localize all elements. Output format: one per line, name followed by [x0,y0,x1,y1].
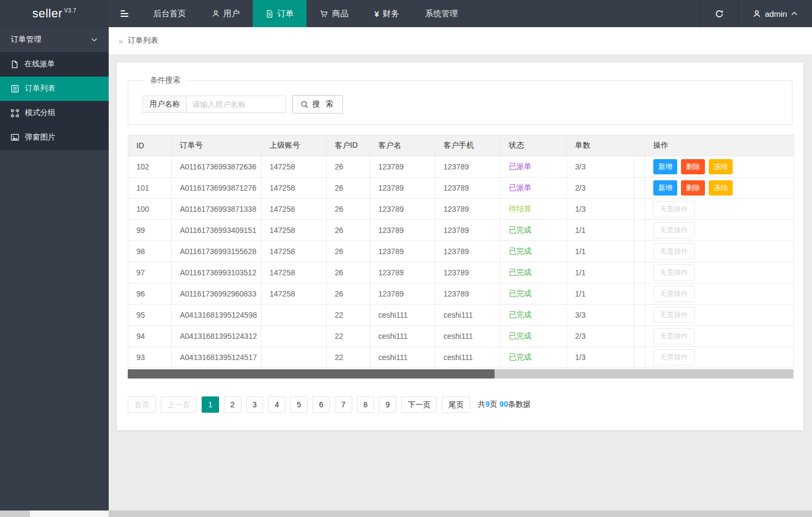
nav-item-3[interactable]: 商品 [307,0,361,27]
customer-name-cell: ceshi111 [370,305,435,326]
count-cell: 1/3 [567,199,634,220]
status-cell: 已完成 [501,241,567,262]
add-button[interactable]: 新增 [653,180,677,196]
status-cell: 已完成 [501,220,567,241]
customer-phone-cell: ceshi111 [435,326,501,347]
nav-item-4[interactable]: ¥财务 [361,0,412,27]
order-no-cell: A04131681395124312 [172,326,261,347]
refresh-button[interactable] [700,0,738,27]
sidebar-group-order-management[interactable]: 订单管理 [0,27,109,52]
no-action-button: 无需操作 [653,349,695,365]
page-scrollbar-thumb[interactable] [30,510,109,517]
page-button-下一页[interactable]: 下一页 [401,396,437,413]
search-button[interactable]: 搜 索 [292,95,343,114]
breadcrumb: » 订单列表 [109,27,812,54]
order-no-cell: A01161736993103512 [172,262,261,283]
nav-item-2[interactable]: 订单 [253,0,307,27]
spacer-cell [634,199,645,220]
page-button-9[interactable]: 9 [379,396,396,413]
delete-button[interactable]: 删除 [681,180,705,196]
customer-id-cell: 26 [327,241,370,262]
page-button-8[interactable]: 8 [357,396,374,413]
status-cell: 已派单 [501,156,567,178]
order-table-wrap: ID订单号上级账号客户ID客户名客户手机状态单数操作102A0116173699… [128,135,792,368]
delete-button[interactable]: 删除 [681,159,705,174]
page-horizontal-scrollbar[interactable] [0,510,812,517]
table-row: 95A0413168139512459822ceshi111ceshi111已完… [128,305,794,326]
page-button-5[interactable]: 5 [290,396,308,413]
nav-item-0[interactable]: 后台首页 [140,0,199,27]
sidebar-item-0[interactable]: 在线派单 [0,52,109,77]
sidebar-toggle-button[interactable] [109,0,140,27]
document-icon [266,10,273,18]
parent-account-cell: 147258 [261,178,327,199]
sidebar-item-label: 在线派单 [24,59,55,69]
content-card: 条件搜索 用户名称 搜 索 ID订单号上级账号客户ID客户名客户手机状态单数操作… [117,62,803,430]
column-header: 订单号 [172,135,261,156]
list-icon [11,85,19,93]
refresh-icon [715,9,724,18]
id-cell: 102 [128,156,172,178]
status-badge: 已完成 [509,225,532,234]
status-cell: 已完成 [501,305,567,326]
yen-icon: ¥ [374,9,379,18]
page-button-4[interactable]: 4 [268,396,285,413]
group-icon [11,109,19,117]
no-action-button: 无需操作 [653,243,695,260]
cart-icon [320,10,328,18]
parent-account-cell: 147258 [261,283,327,305]
table-horizontal-scrollbar[interactable] [128,369,794,379]
page-button-6[interactable]: 6 [313,396,330,413]
count-cell: 3/3 [567,156,634,178]
status-badge: 待结算 [509,204,532,213]
page-button-7[interactable]: 7 [335,396,352,413]
customer-name-cell: ceshi111 [370,326,435,347]
main-area: » 订单列表 条件搜索 用户名称 搜 索 ID订单号上级账号客户ID客户名客户手… [109,27,812,510]
count-cell: 2/3 [567,326,634,347]
status-cell: 已完成 [501,262,567,283]
sidebar-item-3[interactable]: 弹窗图片 [0,125,109,150]
customer-id-cell: 26 [327,156,370,178]
column-header: 客户ID [327,135,370,156]
page-buttons: 首页上一页123456789下一页尾页 [128,396,470,413]
user-menu[interactable]: admin [738,0,812,27]
app-name: seller [32,7,63,21]
column-header: 上级账号 [261,135,327,156]
page-button-尾页[interactable]: 尾页 [442,396,470,413]
customer-phone-cell: 123789 [435,241,501,262]
table-row: 94A0413168139512431222ceshi111ceshi111已完… [128,326,794,347]
customer-id-cell: 22 [327,347,370,368]
username-field-label: 用户名称 [142,96,187,113]
freeze-button[interactable]: 冻结 [709,159,733,174]
parent-account-cell: 147258 [261,241,327,262]
id-cell: 100 [128,199,172,220]
page-button-2[interactable]: 2 [224,396,241,413]
summary-total-pages: 9 [485,400,490,408]
top-navbar: sellerV3.7 后台首页用户订单商品¥财务系统管理 admin [0,0,812,27]
order-no-cell: A04131681395124517 [172,347,261,368]
order-no-cell: A01161736993155628 [172,241,261,262]
id-cell: 93 [128,347,172,368]
spacer-cell [634,241,645,262]
add-button[interactable]: 新增 [653,159,677,174]
sidebar-item-2[interactable]: 模式分组 [0,101,109,125]
page-button-1[interactable]: 1 [202,396,219,413]
search-icon [301,100,309,109]
status-cell: 已完成 [501,283,567,305]
parent-account-cell: 147258 [261,262,327,283]
username-input[interactable] [186,96,286,113]
count-cell: 1/1 [567,241,634,262]
status-cell: 已完成 [501,326,567,347]
summary-prefix: 共 [478,400,485,408]
freeze-button[interactable]: 冻结 [709,180,733,196]
table-scrollbar-thumb[interactable] [128,369,495,379]
table-row: 96A0116173699296083314725826123789123789… [128,283,794,305]
nav-item-label: 商品 [332,9,348,19]
sidebar-item-1[interactable]: 订单列表 [0,77,109,101]
nav-item-5[interactable]: 系统管理 [412,0,471,27]
status-badge: 已完成 [509,352,532,361]
nav-item-1[interactable]: 用户 [199,0,253,27]
spacer-cell [634,326,645,347]
page-button-3[interactable]: 3 [246,396,264,413]
no-action-button: 无需操作 [653,307,695,323]
